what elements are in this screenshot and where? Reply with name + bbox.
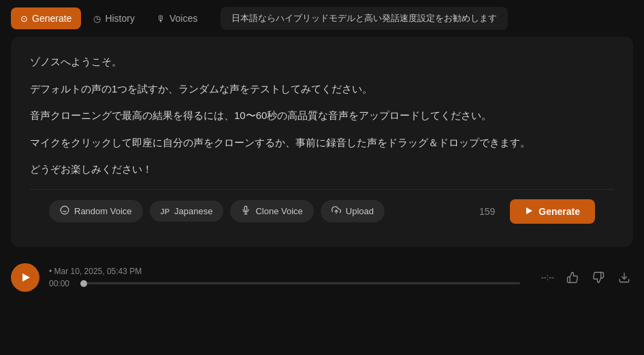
microphone-icon [241,205,251,217]
play-actions [564,269,633,286]
upload-button[interactable]: Upload [321,200,385,222]
svg-point-0 [61,206,69,214]
thumbs-down-button[interactable] [590,269,607,286]
generate-icon: ⊙ [20,14,28,24]
japanese-icon: JP [161,207,170,216]
progress-dot [80,280,87,287]
svg-rect-3 [245,206,248,211]
play-button[interactable] [11,263,39,292]
svg-marker-8 [22,273,30,282]
top-nav: ⊙ Generate ◷ History 🎙 Voices 日本語ならハイブリッ… [0,0,644,37]
generate-button[interactable]: Generate [510,199,595,224]
info-banner: 日本語ならハイブリッドモデルと高い発話速度設定をお勧めします [221,7,508,30]
play-bar: • Mar 10, 2025, 05:43 PM 00:00 --:-- [0,255,644,300]
play-duration: --:-- [530,273,554,282]
japanese-button[interactable]: JP Japanese [150,201,224,222]
tab-generate[interactable]: ⊙ Generate [11,7,81,29]
tab-history[interactable]: ◷ History [84,7,144,29]
editor-toolbar: Random Voice JP Japanese Clone Voice [30,189,614,233]
editor-card: ゾノスへようこそ。 デフォルトの声の1つを試すか、ランダムな声をテストしてみてく… [11,37,633,247]
play-info: • Mar 10, 2025, 05:43 PM 00:00 [49,267,520,288]
clone-voice-button[interactable]: Clone Voice [230,200,313,222]
upload-icon [332,205,341,217]
tab-voices[interactable]: 🎙 Voices [147,7,207,29]
mic-icon: 🎙 [157,14,165,24]
svg-marker-7 [526,207,532,214]
play-triangle-icon [525,206,533,217]
play-timestamp: • Mar 10, 2025, 05:43 PM [49,267,520,276]
progress-bar[interactable] [80,282,520,284]
random-voice-icon [60,205,69,217]
editor-text: ゾノスへようこそ。 デフォルトの声の1つを試すか、ランダムな声をテストしてみてく… [30,53,614,178]
history-icon: ◷ [93,14,101,24]
download-button[interactable] [615,269,633,286]
current-time: 00:00 [49,279,74,288]
char-count: 159 [479,206,495,217]
play-progress-row: 00:00 [49,279,520,288]
thumbs-up-button[interactable] [564,269,581,286]
random-voice-button[interactable]: Random Voice [49,200,143,222]
